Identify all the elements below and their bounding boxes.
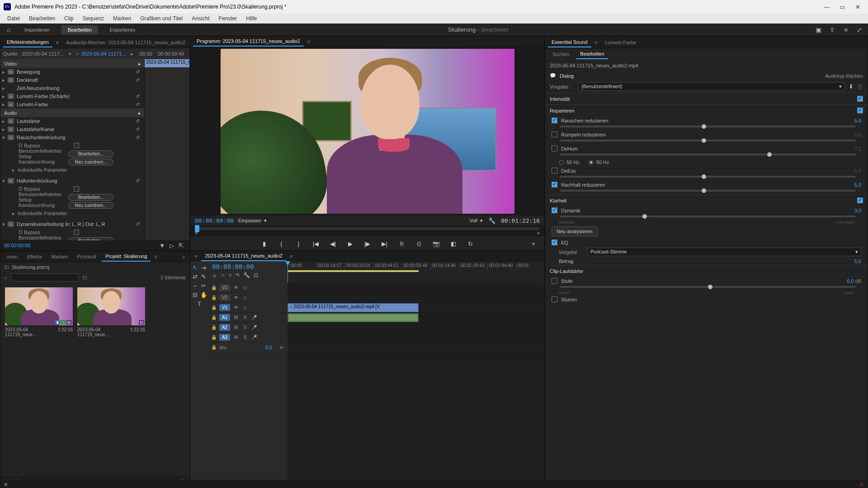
tab-marken[interactable]: Marken: [48, 252, 72, 261]
keyframe-icon[interactable]: ▷: [167, 242, 176, 249]
settings-icon[interactable]: 🔧: [487, 216, 496, 225]
bypass-checkbox[interactable]: [74, 143, 79, 148]
reanalyze-button[interactable]: Neu analysieren: [552, 226, 598, 236]
menu-datei[interactable]: Datei: [3, 15, 24, 22]
video-clip[interactable]: ● 2023-05-04 111715_neues_audio2.mp4 [V: [288, 303, 419, 312]
tab-effekte[interactable]: Effekte: [23, 252, 46, 261]
bypass-checkbox[interactable]: [74, 186, 79, 192]
track-mix[interactable]: 🔒Mix0,0⊳: [208, 343, 288, 352]
tab-effekteinstellungen[interactable]: Effekteinstellungen: [3, 38, 52, 47]
menu-clip[interactable]: Clip: [60, 15, 78, 22]
program-viewport[interactable]: [190, 47, 544, 216]
tab-lumetri-farbe[interactable]: Lumetri-Farbe: [601, 38, 640, 47]
effect-deckkraft[interactable]: ▸fxDeckkraft↺: [0, 76, 144, 84]
lift-icon[interactable]: ⎘: [397, 239, 406, 248]
share-icon[interactable]: ⇪: [828, 26, 836, 34]
reset-icon[interactable]: ↺: [133, 69, 142, 75]
deess-checkbox[interactable]: [552, 168, 557, 174]
tab-programm[interactable]: Programm: 2023-05-04 111715_neues_audio2: [193, 37, 304, 47]
es-group-klarheit[interactable]: Klarheit: [545, 195, 868, 206]
download-preset-icon[interactable]: ⬇: [849, 83, 854, 90]
repair-checkbox[interactable]: [857, 108, 863, 113]
fit-dropdown[interactable]: Einpassen▾: [238, 218, 267, 224]
es-tab-bearbeiten[interactable]: Bearbeiten: [576, 49, 608, 59]
effect-dynamik[interactable]: ▾fxDynamikverarbeitung In: L, R | Out: L…: [0, 220, 144, 228]
reset-icon[interactable]: ↺: [133, 77, 142, 83]
effect-hallunterdrueckung[interactable]: ▾fxHallunterdrückung↺: [0, 177, 144, 185]
ec-mini-timeline[interactable]: 2023-05-04 111715_ne: [144, 59, 189, 240]
panel-menu-icon[interactable]: ≡: [288, 253, 294, 259]
delete-preset-icon[interactable]: 🗑: [857, 83, 863, 90]
mute-checkbox[interactable]: [552, 296, 557, 302]
es-tab-suchen[interactable]: Suchen: [549, 50, 573, 59]
rumble-checkbox[interactable]: [552, 131, 557, 137]
menu-ansicht[interactable]: Ansicht: [187, 15, 214, 22]
program-tc-left[interactable]: 00:00:00:00: [195, 217, 234, 224]
dynamics-slider[interactable]: [560, 216, 856, 217]
intensity-checkbox[interactable]: [857, 96, 863, 102]
level-slider[interactable]: [560, 286, 856, 288]
menu-fenster[interactable]: Fenster: [214, 15, 242, 22]
clear-audio-type-button[interactable]: Audiotyp löschen: [825, 73, 863, 79]
dynamics-checkbox[interactable]: [552, 207, 557, 213]
panel-menu-icon[interactable]: ≡: [593, 40, 599, 45]
track-a2[interactable]: 🔒A2MS🎤: [208, 323, 288, 333]
dehum-checkbox[interactable]: [552, 145, 557, 151]
es-group-intensitaet[interactable]: Intensität: [545, 93, 868, 104]
filter-icon[interactable]: ▼: [157, 242, 167, 249]
menu-sequenz[interactable]: Sequenz: [78, 15, 108, 22]
export-frame-icon[interactable]: 📷: [432, 239, 441, 248]
menu-marken[interactable]: Marken: [108, 15, 136, 22]
go-to-out-icon[interactable]: ▶|: [380, 239, 389, 248]
tab-projekt[interactable]: Projekt: Skalierung: [102, 252, 151, 262]
snap-icon[interactable]: ⫝: [212, 272, 217, 278]
tab-bearbeiten[interactable]: Bearbeiten: [61, 25, 98, 34]
ec-sequence-label[interactable]: 2023-05-04 111715_neues_audi...: [81, 51, 128, 56]
tab-audioclip-mischer[interactable]: Audioclip-Mischer: 2023-05-04 111715_neu…: [62, 38, 189, 47]
effect-lumetri[interactable]: ▸fxLumetri-Farbe↺: [0, 100, 144, 108]
type-tool[interactable]: T: [196, 300, 203, 307]
ec-timecode[interactable]: 00:00:00:00: [4, 243, 30, 248]
menu-grafiken[interactable]: Grafiken und Titel: [136, 15, 187, 22]
track-a1[interactable]: 🔒A1MS🎤: [208, 313, 288, 323]
reverb-checkbox[interactable]: [552, 182, 557, 188]
search-input[interactable]: [11, 273, 79, 282]
project-item[interactable]: H 2023-05-04 111715_neue...1:22:16: [77, 287, 145, 471]
workspace-menu-icon[interactable]: ≡: [842, 26, 850, 34]
chevron-down-icon[interactable]: ▾: [66, 51, 74, 57]
overflow-icon[interactable]: »: [180, 254, 187, 259]
effect-lumetri-schaerfe[interactable]: ▸fxLumetri-Farbe (Schärfe)↺: [0, 92, 144, 100]
hz50-radio[interactable]: 50 Hz: [559, 160, 580, 165]
extract-icon[interactable]: ⎙: [415, 239, 424, 248]
panel-menu-icon[interactable]: ≡: [54, 40, 61, 45]
warning-icon[interactable]: ⚠: [859, 481, 864, 488]
export-icon[interactable]: ⇱: [176, 242, 186, 249]
slip-tool[interactable]: ⊟: [192, 291, 199, 298]
effect-rauschunterdrueckung[interactable]: ▾fxRauschunterdrückung↺: [0, 133, 144, 141]
tab-essential-sound[interactable]: Essential Sound: [548, 38, 591, 47]
linked-selection-icon[interactable]: ∩: [221, 272, 225, 278]
eq-preset-dropdown[interactable]: Podcast-Stimme▾: [587, 248, 861, 256]
bin-icon[interactable]: 🗀: [4, 264, 12, 270]
project-breadcrumb[interactable]: Skalierung.prproj: [12, 264, 49, 270]
timeline-settings-icon[interactable]: ↷: [235, 272, 240, 278]
eq-checkbox[interactable]: [552, 239, 557, 245]
caption-icon[interactable]: ⊡: [254, 272, 258, 278]
ripple-edit-tool[interactable]: ⇄: [192, 273, 199, 280]
tab-informationen[interactable]: onen: [3, 252, 21, 261]
add-marker-icon[interactable]: ▿: [229, 272, 231, 278]
track-v3[interactable]: 🔒V3👁◇: [208, 283, 288, 293]
es-group-reparieren[interactable]: Reparieren: [545, 105, 868, 116]
noise-checkbox[interactable]: [552, 117, 557, 123]
remap-button[interactable]: Neu zuordnen...: [68, 202, 113, 209]
new-bin-icon[interactable]: 🗀: [82, 275, 87, 280]
tab-exportieren[interactable]: Exportieren: [104, 25, 142, 34]
go-to-in-icon[interactable]: |◀: [311, 239, 321, 248]
edit-button[interactable]: Bearbeiten...: [68, 194, 113, 201]
track-v2[interactable]: 🔒V2👁◇: [208, 293, 288, 303]
compare-icon[interactable]: ◧: [449, 239, 458, 248]
hand-tool[interactable]: ✋: [200, 291, 208, 298]
tab-protokoll[interactable]: Protokoll: [73, 252, 100, 261]
edit-button[interactable]: Bearbeiten...: [68, 237, 113, 241]
project-item[interactable]: ▮♪fx 2023-05-04 111715_neue...1:22:16: [5, 287, 73, 471]
